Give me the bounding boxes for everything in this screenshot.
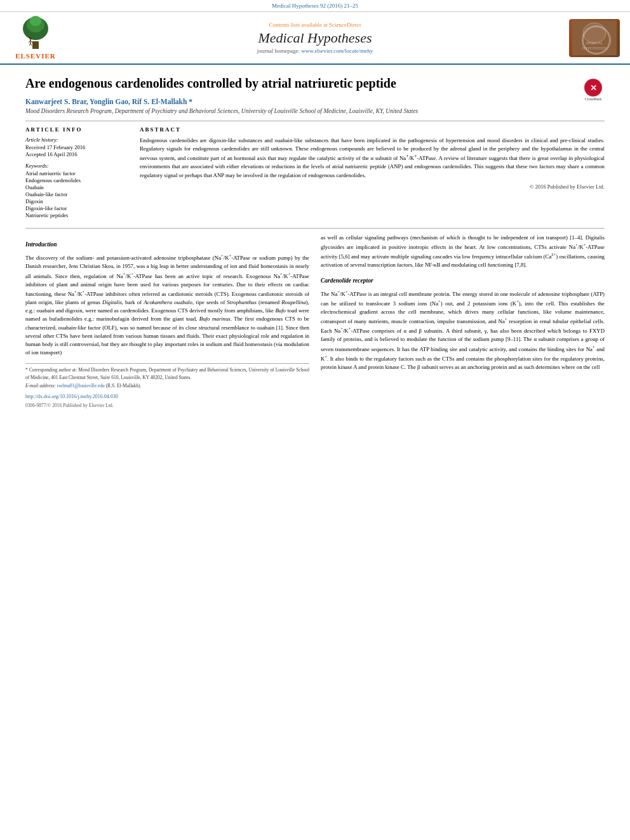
article-title: Are endogenous cardenolides controlled b… xyxy=(25,75,605,91)
svg-rect-10 xyxy=(572,20,617,55)
header-divider xyxy=(25,121,605,121)
corresponding-marker: * xyxy=(189,98,192,105)
journal-homepage: journal homepage: www.elsevier.com/locat… xyxy=(67,48,563,54)
corresponding-note: * Corresponding author at: Mood Disorder… xyxy=(25,366,309,381)
abstract-title: ABSTRACT xyxy=(140,126,605,133)
article-info-title: ARTICLE INFO xyxy=(25,126,127,133)
journal-cover-image: MEDICAL HYPOTHESES xyxy=(569,19,620,57)
svg-text:MEDICAL: MEDICAL xyxy=(586,41,603,45)
cardenolide-text: The Na+/K+-ATPase is an integral cell me… xyxy=(321,289,605,371)
authors-line: Kanwarjeet S. Brar, Yonglin Gao, Rif S. … xyxy=(25,98,605,105)
body-col-left: Introduction The discovery of the sodium… xyxy=(25,234,309,409)
intro-heading: Introduction xyxy=(25,240,309,249)
svg-text:HYPOTHESES: HYPOTHESES xyxy=(582,46,607,50)
keywords-label: Keywords: xyxy=(25,163,127,169)
keyword-6: Digoxin-like factor xyxy=(25,205,127,211)
keyword-4: Ouabain-like factor xyxy=(25,191,127,197)
body-col-right: as well as cellular signaling pathways (… xyxy=(321,234,605,409)
sciencedirect-link: Contents lists available at ScienceDirec… xyxy=(67,22,563,28)
sciencedirect-name: ScienceDirect xyxy=(329,22,361,28)
cardenolide-heading: Cardenolide receptor xyxy=(321,276,605,285)
journal-title: Medical Hypotheses xyxy=(67,30,563,46)
affiliation: Mood Disorders Research Program, Departm… xyxy=(25,108,605,114)
keyword-2: Endogenous cardenolides xyxy=(25,177,127,183)
svg-point-11 xyxy=(583,23,606,43)
svg-line-8 xyxy=(29,43,30,46)
received-date: Received 17 February 2016 xyxy=(25,144,127,150)
footnote-section: * Corresponding author at: Mood Disorder… xyxy=(25,363,309,409)
elsevier-logo: ELSEVIER xyxy=(10,16,61,60)
svg-text:✕: ✕ xyxy=(590,83,597,93)
homepage-url[interactable]: www.elsevier.com/locate/mehy xyxy=(301,48,373,54)
email-line: E-mail address: rselma01@louisville.edu … xyxy=(25,382,309,389)
svg-point-4 xyxy=(29,37,32,39)
crossmark-badge: ✕ CrossMark xyxy=(582,77,605,104)
svg-text:CrossMark: CrossMark xyxy=(585,97,602,101)
top-bar: Medical Hypotheses 92 (2016) 21–25 xyxy=(0,0,630,12)
keywords-section: Keywords: Atrial natriuretic factor Endo… xyxy=(25,163,127,218)
history-label: Article history: xyxy=(25,137,127,143)
email-link[interactable]: rselma01@louisville.edu xyxy=(57,383,105,389)
journal-header: ELSEVIER Contents lists available at Sci… xyxy=(0,12,630,65)
svg-point-3 xyxy=(30,16,41,26)
journal-header-center: Contents lists available at ScienceDirec… xyxy=(67,22,563,54)
accepted-date: Accepted 16 April 2016 xyxy=(25,151,127,157)
keyword-3: Ouabain xyxy=(25,184,127,190)
abstract-text: Endogenous cardenolides are digoxin-like… xyxy=(140,137,605,180)
intro-text-col1: The discovery of the sodium- and potassi… xyxy=(25,253,309,357)
keyword-7: Natriuretic peptides xyxy=(25,212,127,218)
info-abstract-section: ARTICLE INFO Article history: Received 1… xyxy=(25,126,605,219)
issn-line: 0306-9877/© 2016 Published by Elsevier L… xyxy=(25,402,309,409)
doi-line: http://dx.doi.org/10.1016/j.mehy.2016.04… xyxy=(25,393,309,401)
svg-line-9 xyxy=(30,43,32,46)
svg-rect-0 xyxy=(32,41,39,49)
article-content: ✕ CrossMark Are endogenous cardenolides … xyxy=(0,65,630,419)
doi-link[interactable]: http://dx.doi.org/10.1016/j.mehy.2016.04… xyxy=(25,394,118,399)
intro-text-col2: as well as cellular signaling pathways (… xyxy=(321,234,605,270)
article-title-section: ✕ CrossMark Are endogenous cardenolides … xyxy=(25,75,605,91)
article-info-panel: ARTICLE INFO Article history: Received 1… xyxy=(25,126,127,219)
copyright-line: © 2016 Published by Elsevier Ltd. xyxy=(140,183,605,190)
body-divider xyxy=(25,228,605,229)
body-section: Introduction The discovery of the sodium… xyxy=(25,234,605,409)
keyword-5: Digoxin xyxy=(25,198,127,204)
journal-info: Medical Hypotheses 92 (2016) 21–25 xyxy=(272,3,358,9)
elsevier-wordmark: ELSEVIER xyxy=(15,52,56,60)
abstract-panel: ABSTRACT Endogenous cardenolides are dig… xyxy=(140,126,605,219)
keyword-1: Atrial natriuretic factor xyxy=(25,170,127,177)
